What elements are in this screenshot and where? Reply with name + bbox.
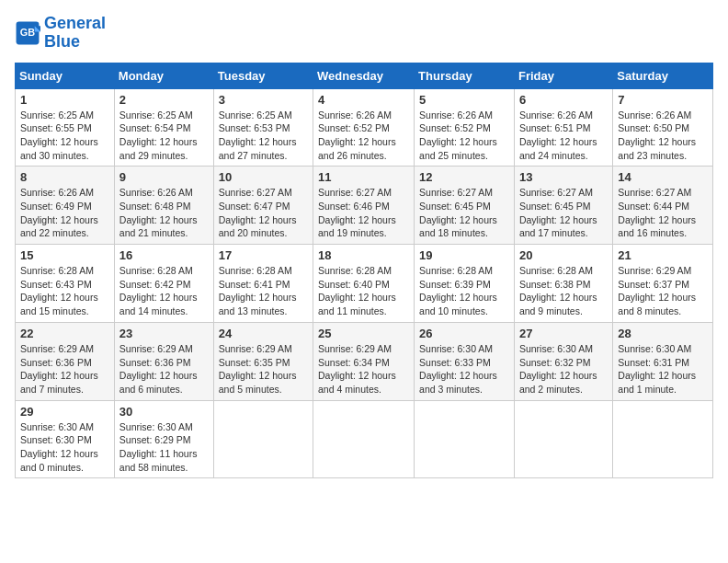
day-info: Sunrise: 6:30 AMSunset: 6:32 PMDaylight:… — [519, 343, 597, 395]
calendar-cell: 24 Sunrise: 6:29 AMSunset: 6:35 PMDaylig… — [213, 322, 313, 400]
day-number: 8 — [20, 170, 109, 184]
calendar-week-row: 29 Sunrise: 6:30 AMSunset: 6:30 PMDaylig… — [16, 400, 713, 478]
day-number: 30 — [119, 405, 209, 419]
day-number: 5 — [419, 93, 509, 107]
calendar-cell: 8 Sunrise: 6:26 AMSunset: 6:49 PMDayligh… — [16, 167, 115, 245]
calendar-cell: 20 Sunrise: 6:28 AMSunset: 6:38 PMDaylig… — [514, 245, 612, 323]
day-info: Sunrise: 6:27 AMSunset: 6:45 PMDaylight:… — [519, 187, 597, 238]
calendar-cell: 12 Sunrise: 6:27 AMSunset: 6:45 PMDaylig… — [415, 167, 515, 245]
day-info: Sunrise: 6:27 AMSunset: 6:44 PMDaylight:… — [618, 187, 696, 238]
calendar-cell: 15 Sunrise: 6:28 AMSunset: 6:43 PMDaylig… — [16, 245, 115, 323]
calendar-cell: 10 Sunrise: 6:27 AMSunset: 6:47 PMDaylig… — [213, 167, 313, 245]
day-number: 13 — [519, 170, 608, 184]
day-number: 11 — [318, 170, 409, 184]
day-info: Sunrise: 6:26 AMSunset: 6:51 PMDaylight:… — [519, 109, 597, 161]
day-info: Sunrise: 6:26 AMSunset: 6:48 PMDaylight:… — [119, 187, 198, 238]
day-number: 22 — [20, 327, 109, 340]
calendar-week-row: 22 Sunrise: 6:29 AMSunset: 6:36 PMDaylig… — [16, 322, 713, 400]
day-number: 6 — [519, 93, 608, 107]
calendar-cell: 1 Sunrise: 6:25 AMSunset: 6:55 PMDayligh… — [16, 88, 115, 167]
calendar-cell: 5 Sunrise: 6:26 AMSunset: 6:52 PMDayligh… — [415, 88, 515, 167]
calendar-cell — [213, 400, 313, 478]
calendar-cell: 2 Sunrise: 6:25 AMSunset: 6:54 PMDayligh… — [114, 88, 213, 167]
calendar-cell: 26 Sunrise: 6:30 AMSunset: 6:33 PMDaylig… — [415, 322, 515, 400]
day-number: 20 — [519, 248, 608, 262]
day-info: Sunrise: 6:28 AMSunset: 6:39 PMDaylight:… — [419, 265, 497, 316]
weekday-header-saturday: Saturday — [613, 63, 713, 88]
day-info: Sunrise: 6:28 AMSunset: 6:43 PMDaylight:… — [20, 265, 98, 316]
day-info: Sunrise: 6:27 AMSunset: 6:47 PMDaylight:… — [219, 187, 297, 238]
calendar-cell — [514, 400, 612, 478]
day-info: Sunrise: 6:28 AMSunset: 6:42 PMDaylight:… — [119, 265, 198, 316]
calendar-cell: 21 Sunrise: 6:29 AMSunset: 6:37 PMDaylig… — [613, 245, 713, 323]
weekday-header-tuesday: Tuesday — [213, 63, 313, 88]
calendar-cell: 14 Sunrise: 6:27 AMSunset: 6:44 PMDaylig… — [613, 167, 713, 245]
day-info: Sunrise: 6:29 AMSunset: 6:37 PMDaylight:… — [618, 265, 696, 316]
calendar-cell: 27 Sunrise: 6:30 AMSunset: 6:32 PMDaylig… — [514, 322, 612, 400]
day-info: Sunrise: 6:28 AMSunset: 6:40 PMDaylight:… — [318, 265, 396, 316]
day-info: Sunrise: 6:30 AMSunset: 6:33 PMDaylight:… — [419, 343, 497, 395]
calendar-week-row: 8 Sunrise: 6:26 AMSunset: 6:49 PMDayligh… — [16, 167, 713, 245]
calendar-cell: 25 Sunrise: 6:29 AMSunset: 6:34 PMDaylig… — [313, 322, 415, 400]
calendar-cell: 7 Sunrise: 6:26 AMSunset: 6:50 PMDayligh… — [613, 88, 713, 167]
day-info: Sunrise: 6:25 AMSunset: 6:54 PMDaylight:… — [119, 109, 198, 161]
day-info: Sunrise: 6:27 AMSunset: 6:46 PMDaylight:… — [318, 187, 396, 238]
calendar-cell: 23 Sunrise: 6:29 AMSunset: 6:36 PMDaylig… — [114, 322, 213, 400]
calendar-cell: 13 Sunrise: 6:27 AMSunset: 6:45 PMDaylig… — [514, 167, 612, 245]
day-info: Sunrise: 6:28 AMSunset: 6:38 PMDaylight:… — [519, 265, 597, 316]
day-number: 28 — [618, 327, 708, 340]
calendar-week-row: 1 Sunrise: 6:25 AMSunset: 6:55 PMDayligh… — [16, 88, 713, 167]
day-number: 10 — [219, 170, 308, 184]
day-number: 19 — [419, 248, 509, 262]
day-info: Sunrise: 6:26 AMSunset: 6:52 PMDaylight:… — [419, 109, 497, 161]
calendar-cell: 16 Sunrise: 6:28 AMSunset: 6:42 PMDaylig… — [114, 245, 213, 323]
day-number: 16 — [119, 248, 209, 262]
day-info: Sunrise: 6:26 AMSunset: 6:50 PMDaylight:… — [618, 109, 696, 161]
calendar-cell — [415, 400, 515, 478]
logo: GB General Blue — [15, 15, 106, 52]
day-info: Sunrise: 6:29 AMSunset: 6:34 PMDaylight:… — [318, 343, 396, 395]
calendar-cell: 30 Sunrise: 6:30 AMSunset: 6:29 PMDaylig… — [114, 400, 213, 478]
weekday-header-friday: Friday — [514, 63, 612, 88]
day-number: 29 — [20, 405, 109, 419]
calendar-cell: 17 Sunrise: 6:28 AMSunset: 6:41 PMDaylig… — [213, 245, 313, 323]
day-info: Sunrise: 6:26 AMSunset: 6:49 PMDaylight:… — [20, 187, 98, 238]
svg-text:GB: GB — [20, 27, 35, 38]
day-number: 25 — [318, 327, 409, 340]
day-number: 23 — [119, 327, 209, 340]
day-number: 7 — [618, 93, 708, 107]
day-info: Sunrise: 6:25 AMSunset: 6:55 PMDaylight:… — [20, 109, 98, 161]
day-info: Sunrise: 6:25 AMSunset: 6:53 PMDaylight:… — [219, 109, 297, 161]
day-number: 21 — [618, 248, 708, 262]
day-number: 1 — [20, 93, 109, 107]
day-info: Sunrise: 6:27 AMSunset: 6:45 PMDaylight:… — [419, 187, 497, 238]
day-info: Sunrise: 6:30 AMSunset: 6:30 PMDaylight:… — [20, 421, 98, 473]
day-number: 4 — [318, 93, 409, 107]
weekday-header-sunday: Sunday — [16, 63, 115, 88]
day-info: Sunrise: 6:29 AMSunset: 6:35 PMDaylight:… — [219, 343, 297, 395]
calendar-cell: 6 Sunrise: 6:26 AMSunset: 6:51 PMDayligh… — [514, 88, 612, 167]
day-number: 14 — [618, 170, 708, 184]
logo-text-line1: General — [44, 15, 106, 33]
weekday-header-wednesday: Wednesday — [313, 63, 415, 88]
day-number: 15 — [20, 248, 109, 262]
calendar-cell: 3 Sunrise: 6:25 AMSunset: 6:53 PMDayligh… — [213, 88, 313, 167]
day-number: 26 — [419, 327, 509, 340]
day-number: 24 — [219, 327, 308, 340]
calendar-cell: 4 Sunrise: 6:26 AMSunset: 6:52 PMDayligh… — [313, 88, 415, 167]
calendar-week-row: 15 Sunrise: 6:28 AMSunset: 6:43 PMDaylig… — [16, 245, 713, 323]
calendar-cell: 29 Sunrise: 6:30 AMSunset: 6:30 PMDaylig… — [16, 400, 115, 478]
calendar-header-row: SundayMondayTuesdayWednesdayThursdayFrid… — [16, 63, 713, 88]
logo-icon: GB — [15, 20, 40, 46]
calendar-cell: 22 Sunrise: 6:29 AMSunset: 6:36 PMDaylig… — [16, 322, 115, 400]
calendar-cell — [613, 400, 713, 478]
day-info: Sunrise: 6:29 AMSunset: 6:36 PMDaylight:… — [119, 343, 198, 395]
calendar-cell: 9 Sunrise: 6:26 AMSunset: 6:48 PMDayligh… — [114, 167, 213, 245]
calendar-cell: 19 Sunrise: 6:28 AMSunset: 6:39 PMDaylig… — [415, 245, 515, 323]
day-info: Sunrise: 6:30 AMSunset: 6:31 PMDaylight:… — [618, 343, 696, 395]
calendar-table: SundayMondayTuesdayWednesdayThursdayFrid… — [15, 63, 713, 479]
calendar-cell: 28 Sunrise: 6:30 AMSunset: 6:31 PMDaylig… — [613, 322, 713, 400]
day-number: 3 — [219, 93, 308, 107]
weekday-header-monday: Monday — [114, 63, 213, 88]
calendar-cell — [313, 400, 415, 478]
